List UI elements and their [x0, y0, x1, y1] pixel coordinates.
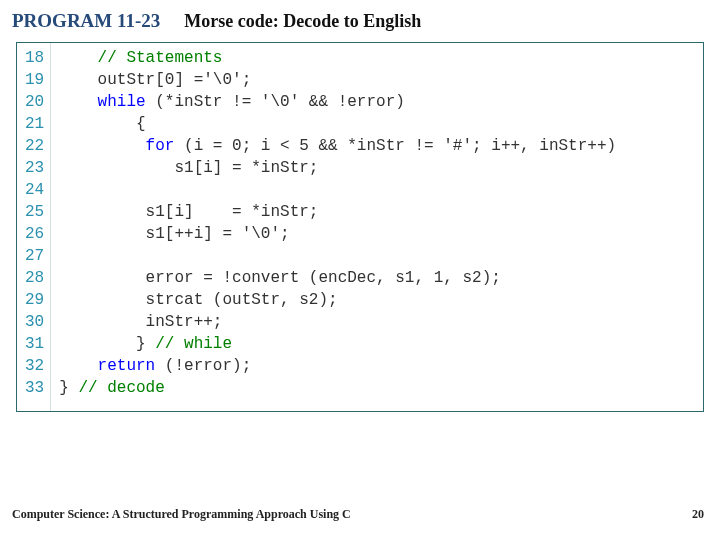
line-number: 25 [25, 201, 44, 223]
slide-header: PROGRAM 11-23 Morse code: Decode to Engl… [0, 0, 720, 38]
line-number: 21 [25, 113, 44, 135]
line-number: 24 [25, 179, 44, 201]
slide-title: Morse code: Decode to English [184, 11, 421, 32]
line-number: 18 [25, 47, 44, 69]
code-line: s1[i] = *inStr; [59, 201, 616, 223]
footer-text: Computer Science: A Structured Programmi… [12, 507, 351, 522]
line-number: 20 [25, 91, 44, 113]
code-line: { [59, 113, 616, 135]
code-body: // Statements outStr[0] ='\0'; while (*i… [51, 43, 624, 411]
code-listing-frame: 18192021222324252627282930313233 // Stat… [16, 42, 704, 412]
code-line [59, 179, 616, 201]
code-line: return (!error); [59, 355, 616, 377]
code-line: inStr++; [59, 311, 616, 333]
line-number: 29 [25, 289, 44, 311]
line-number: 31 [25, 333, 44, 355]
line-number: 23 [25, 157, 44, 179]
code-line: } // while [59, 333, 616, 355]
line-number: 19 [25, 69, 44, 91]
line-number: 32 [25, 355, 44, 377]
line-number: 26 [25, 223, 44, 245]
code-line: for (i = 0; i < 5 && *inStr != '#'; i++,… [59, 135, 616, 157]
line-number: 28 [25, 267, 44, 289]
code-line: while (*inStr != '\0' && !error) [59, 91, 616, 113]
line-number-gutter: 18192021222324252627282930313233 [17, 43, 51, 411]
code-line: strcat (outStr, s2); [59, 289, 616, 311]
code-line: error = !convert (encDec, s1, 1, s2); [59, 267, 616, 289]
line-number: 30 [25, 311, 44, 333]
page-number: 20 [692, 507, 704, 522]
code-line: } // decode [59, 377, 616, 399]
code-line: // Statements [59, 47, 616, 69]
code-line [59, 245, 616, 267]
line-number: 33 [25, 377, 44, 399]
code-line: s1[++i] = '\0'; [59, 223, 616, 245]
code-line: s1[i] = *inStr; [59, 157, 616, 179]
line-number: 22 [25, 135, 44, 157]
code-line: outStr[0] ='\0'; [59, 69, 616, 91]
program-label: PROGRAM 11-23 [12, 10, 160, 32]
line-number: 27 [25, 245, 44, 267]
